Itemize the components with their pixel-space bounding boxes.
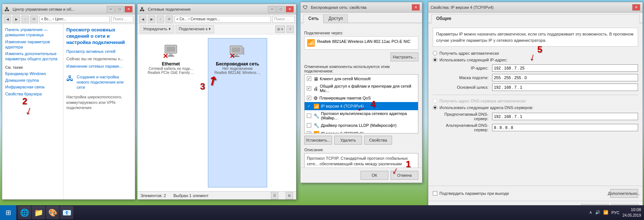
organize-button[interactable]: Упорядочить ▾ bbox=[140, 25, 174, 33]
adapter-settings-link[interactable]: Изменение параметров адаптера bbox=[5, 39, 60, 50]
alternate-dns-input[interactable]: 8 . 8 . 8 . 8 bbox=[492, 124, 638, 131]
nc-refresh-button[interactable]: ⟳ bbox=[166, 16, 173, 23]
tray-expand[interactable]: ∧ bbox=[589, 210, 592, 215]
gateway-input[interactable]: 192 . 168 . 7 . 1 bbox=[492, 84, 638, 91]
manual-dns-radio[interactable] bbox=[433, 105, 437, 110]
taskbar-app-2[interactable]: 🎨 bbox=[46, 206, 59, 219]
tray-volume[interactable]: 🔊 bbox=[595, 210, 600, 215]
nc-back-button[interactable]: ◀ bbox=[139, 16, 146, 23]
start-button[interactable]: ⊞ bbox=[0, 205, 16, 220]
view-button[interactable]: ⊞ ▾ bbox=[275, 26, 285, 33]
comp-checkbox-1[interactable]: ✓ bbox=[307, 86, 311, 91]
taskbar-app-0[interactable]: 🌐 bbox=[18, 206, 31, 219]
nc-address-text: « Се... › Сетевые подкл... bbox=[176, 17, 220, 21]
close-button[interactable]: ✕ bbox=[125, 6, 133, 13]
nc-forward-button[interactable]: ▶ bbox=[148, 16, 155, 23]
taskbar-app-1[interactable]: 📁 bbox=[32, 206, 45, 219]
ipv4-tab-general[interactable]: Общие bbox=[431, 14, 640, 23]
comp-lldp[interactable]: 🔧 Драйвер протокола LLDP (Майкрософт) bbox=[305, 121, 418, 129]
nc-up-button[interactable]: ↑ bbox=[157, 16, 164, 23]
comp-ipv6[interactable]: ✓ 📶 IP версии 6 (TCP/IPv6) bbox=[305, 129, 418, 133]
help-button[interactable]: ? bbox=[286, 26, 294, 33]
wp-ok-button[interactable]: ОК bbox=[361, 171, 388, 180]
network-conn-toolbar: Упорядочить ▾ Подключение к ▾ ⊞ ▾ ? bbox=[137, 24, 296, 34]
wireless-connection[interactable]: ✕ Беспроводная сеть Нет подключения Real… bbox=[208, 38, 267, 187]
manual-dns-row[interactable]: Использовать следующие адреса DNS-сервер… bbox=[433, 105, 638, 110]
nc-search-text: Поиск: ... bbox=[274, 17, 290, 21]
search-box[interactable]: Поиск ... bbox=[111, 16, 133, 23]
confirm-checkbox[interactable] bbox=[433, 191, 437, 196]
comp-checkbox-5[interactable] bbox=[307, 123, 311, 128]
manual-ip-radio[interactable] bbox=[433, 58, 437, 62]
network-params-link[interactable]: Изменение сетевых параме... bbox=[66, 64, 132, 69]
comp-checkbox-2[interactable]: ✓ bbox=[307, 96, 311, 100]
tab-network[interactable]: Сеть bbox=[303, 14, 323, 23]
up-button[interactable]: ↑ bbox=[21, 16, 29, 23]
comp-file-sharing[interactable]: ✓ 🖨 Общий доступ к файлам и принтерам дл… bbox=[305, 83, 418, 94]
minimize-button[interactable]: ─ bbox=[107, 6, 115, 13]
manual-ip-row[interactable]: Использовать следующий IP-адрес: bbox=[433, 58, 638, 62]
vpn-link[interactable]: Настройка широкополосного, коммутируемог… bbox=[66, 94, 132, 110]
subnet-input[interactable]: 255 . 255 . 255 . 0 bbox=[492, 74, 638, 81]
svg-rect-6 bbox=[232, 47, 240, 53]
remove-button[interactable]: Удалить bbox=[334, 136, 362, 145]
auto-dns-row[interactable]: Получить адрес DNS-сервера автоматически bbox=[433, 99, 638, 103]
view-mode-btn[interactable]: ☰ bbox=[271, 192, 278, 199]
auto-ip-radio[interactable] bbox=[433, 51, 437, 55]
clock[interactable]: 10:08 24.05.2019 bbox=[623, 207, 641, 218]
tray-network[interactable]: 📶 bbox=[603, 210, 608, 215]
taskbar-app-3[interactable]: 📧 bbox=[60, 206, 73, 219]
configure-button[interactable]: Настроить... bbox=[391, 53, 418, 61]
infrared-link[interactable]: Инфракрасная связь bbox=[5, 84, 60, 89]
comp-ipv4[interactable]: ✓ 📶 IP версии 4 (TCP/IPv4) bbox=[305, 102, 418, 110]
forward-button[interactable]: ▶ bbox=[13, 16, 20, 23]
main-title[interactable]: Просмотр основных сведений о сети и наст… bbox=[66, 27, 132, 46]
refresh-button[interactable]: ⟳ bbox=[30, 16, 38, 23]
create-connection-link[interactable]: Создание и настройка нового подключения … bbox=[77, 74, 132, 90]
nc-address-bar[interactable]: « Се... › Сетевые подкл... bbox=[175, 16, 271, 23]
ipv4-close-button[interactable]: ✕ bbox=[632, 4, 640, 11]
nc-search-box[interactable]: Поиск: ... bbox=[272, 16, 295, 23]
advanced-button[interactable]: Дополнительно... bbox=[610, 189, 638, 198]
firewall-link[interactable]: Брандмауэр Windows bbox=[5, 71, 60, 76]
ip-address-input[interactable]: 192 . 168 . 7 . 25 bbox=[492, 64, 638, 72]
nc-minimize-button[interactable]: ─ bbox=[268, 6, 276, 13]
props-button[interactable]: Свойства bbox=[364, 136, 392, 145]
sharing-link[interactable]: Изменить дополнительные параметры общего… bbox=[5, 51, 60, 62]
ipv4-description: Параметры IP можно назначать автоматичес… bbox=[433, 28, 638, 47]
tab-access[interactable]: Доступ bbox=[323, 14, 348, 23]
auto-dns-radio[interactable] bbox=[433, 99, 437, 103]
install-button[interactable]: Установить... bbox=[304, 136, 332, 145]
comp-microsoft-client[interactable]: ✓ 🖥 Клиент для сетей Microsoft bbox=[305, 75, 418, 83]
connect-to-button[interactable]: Подключение к ▾ bbox=[176, 25, 215, 33]
ipv4-titlebar[interactable]: Свойства: IP версии 4 (TCP/IPv4) ✕ bbox=[428, 2, 643, 13]
nc-maximize-button[interactable]: □ bbox=[277, 6, 285, 13]
browser-props-link[interactable]: Свойства браузера bbox=[5, 91, 60, 97]
nc-close-button[interactable]: ✕ bbox=[286, 6, 294, 13]
maximize-button[interactable]: □ bbox=[116, 6, 124, 13]
view-mode-btn2[interactable]: ⊞ bbox=[286, 192, 293, 199]
control-panel-titlebar[interactable]: 🖧 Центр управления сетями и об... ─ □ ✕ bbox=[2, 4, 135, 14]
back-button[interactable]: ◀ bbox=[4, 16, 11, 23]
comp-qos[interactable]: ✓ ⚙ Планировщик пакетов QoS bbox=[305, 94, 418, 102]
comp-checkbox-4[interactable] bbox=[307, 114, 311, 118]
comp-checkbox-0[interactable]: ✓ bbox=[307, 77, 311, 81]
preferred-dns-input[interactable]: 192 . 168 . 7 . 1 bbox=[492, 113, 638, 120]
confirm-checkbox-row[interactable]: Подтвердить параметры при выходе bbox=[433, 191, 509, 196]
comp-checkbox-6[interactable]: ✓ bbox=[307, 131, 311, 133]
wireless-props-titlebar[interactable]: 🛡 Беспроводная сеть: свойства ✕ bbox=[301, 2, 422, 13]
auto-ip-row[interactable]: Получить адрес автоматически bbox=[433, 51, 638, 55]
comp-checkbox-3[interactable]: ✓ bbox=[307, 104, 311, 108]
network-conn-titlebar[interactable]: 🖧 Сетевые подключения ─ □ ✕ bbox=[137, 4, 296, 14]
wireless-props-content: Подключение через: 📶 Realtek 8821AE Wire… bbox=[301, 27, 422, 167]
address-bar[interactable]: « Вс... › Цент... bbox=[39, 16, 110, 23]
comp-multiplexor[interactable]: 🔧 Протокол мультиплексора сетевого адапт… bbox=[305, 110, 418, 121]
adapter-name: Realtek 8821AE Wireless LAN 802.11ac PCI… bbox=[317, 39, 411, 44]
ethernet-connection[interactable]: ✕ Ethernet Сетевой кабель не подк... Rea… bbox=[141, 38, 200, 187]
home-link[interactable]: Панель управления — домашняя страница bbox=[5, 27, 60, 38]
wp-close-button[interactable]: ✕ bbox=[412, 4, 420, 11]
active-networks-link[interactable]: Просмотр активных сетей bbox=[66, 49, 132, 54]
wp-cancel-button[interactable]: Отмена bbox=[391, 171, 418, 180]
homegroup-link[interactable]: Домашняя группа bbox=[5, 78, 60, 83]
tray-lang[interactable]: РУС bbox=[611, 210, 620, 215]
